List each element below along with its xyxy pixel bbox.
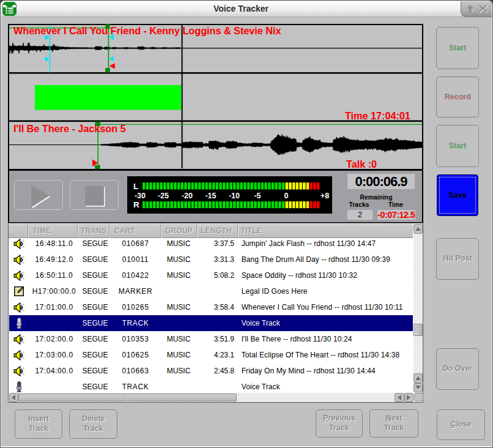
svg-text:R: R [133,200,139,209]
svg-text:L: L [133,182,138,191]
svg-text:0: 0 [284,192,289,200]
svg-text:-5: -5 [254,192,261,200]
svg-text:-20: -20 [182,192,193,200]
svg-text:-30: -30 [135,192,146,200]
svg-text:-25: -25 [158,192,169,200]
svg-text:-15: -15 [205,192,216,200]
svg-text:+8: +8 [321,192,329,200]
svg-text:-10: -10 [229,192,240,200]
